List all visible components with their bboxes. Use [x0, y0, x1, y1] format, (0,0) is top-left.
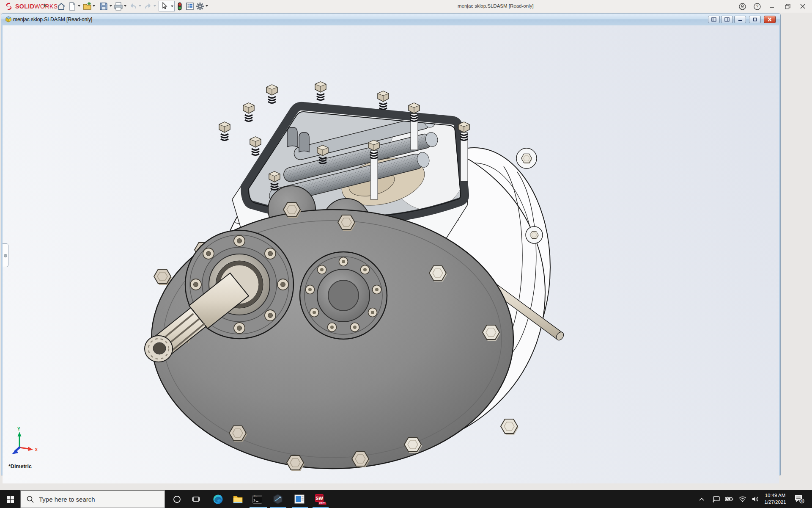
wifi-icon — [739, 496, 746, 502]
doc-close-button[interactable] — [764, 16, 776, 23]
battery-charging-icon — [725, 497, 733, 502]
screen: SOLIDWORKS — [0, 0, 812, 508]
triad-x-label: x — [35, 447, 38, 452]
undo-button[interactable] — [129, 2, 138, 11]
svg-text:2021: 2021 — [319, 501, 326, 505]
taskbar-item-command-prompt[interactable]: C:\_ — [249, 490, 266, 508]
hexagon-app-icon — [272, 494, 283, 505]
volume-icon — [752, 496, 759, 502]
running-indicator-solidworks — [313, 507, 329, 508]
triad-y-label: Y — [17, 427, 20, 431]
taskbar: C:\_ SW 2021 — [0, 490, 812, 508]
redo-button[interactable] — [143, 2, 153, 11]
cast-icon — [713, 496, 720, 502]
app-title: menjac sklop.SLDASM [Read-only] — [458, 3, 534, 8]
solidworks-2021-icon: SW 2021 — [314, 493, 326, 505]
notification-badge: 1 — [801, 499, 803, 503]
gearbox-model: Y x — [3, 25, 779, 483]
feature-manager-tab-dot — [4, 254, 7, 257]
cad-window-icon — [294, 494, 305, 505]
edge-icon — [213, 494, 223, 505]
viewport-3d[interactable]: Y x *Dimetric — [3, 25, 779, 483]
brand-text: SOLIDWORKS — [15, 3, 58, 10]
pane-split-right-icon — [724, 17, 730, 22]
tray-chevron-button[interactable] — [696, 490, 707, 508]
restore-icon — [785, 3, 791, 10]
print-button[interactable] — [114, 2, 123, 11]
command-prompt-icon: C:\_ — [252, 494, 263, 505]
running-indicator-hexagon — [270, 507, 286, 508]
minimize-icon — [769, 3, 775, 9]
cortana-icon — [173, 495, 181, 503]
tray-wifi-button[interactable] — [737, 490, 749, 508]
cortana-button[interactable] — [168, 490, 185, 508]
svg-text:SW: SW — [315, 496, 323, 501]
task-view-icon — [192, 495, 200, 503]
new-document-dropdown[interactable] — [78, 5, 80, 7]
app-titlebar: SOLIDWORKS — [0, 0, 812, 13]
minimize-button[interactable] — [766, 1, 778, 11]
search-input[interactable] — [38, 495, 145, 503]
taskbar-item-file-explorer[interactable] — [229, 490, 246, 508]
pane-split-left-button[interactable] — [708, 16, 720, 23]
redo-dropdown[interactable] — [154, 5, 156, 7]
document-titlebar[interactable]: menjac sklop.SLDASM [Read-only] — [1, 14, 780, 25]
restore-button[interactable] — [782, 1, 793, 11]
countershaft-bearing-cover — [300, 252, 387, 339]
taskbar-item-dassault-tool[interactable] — [269, 490, 286, 508]
tray-volume-button[interactable] — [749, 490, 761, 508]
tray-cast-button[interactable] — [710, 490, 722, 508]
home-button[interactable] — [57, 2, 66, 11]
doc-restore-icon — [752, 17, 757, 22]
pane-split-left-icon — [711, 17, 716, 22]
doc-minimize-button[interactable] — [734, 16, 746, 23]
settings-gear-icon[interactable] — [195, 2, 205, 11]
orientation-triad[interactable]: Y x — [12, 427, 38, 454]
account-button[interactable] — [736, 1, 748, 11]
tray-battery-button[interactable] — [723, 490, 735, 508]
taskbar-search[interactable] — [20, 490, 165, 508]
action-center-icon: 1 — [794, 494, 804, 504]
brand-expander-arrow[interactable] — [44, 3, 47, 8]
doc-close-icon — [767, 17, 772, 22]
undo-dropdown[interactable] — [139, 5, 141, 7]
taskbar-item-solidworks[interactable]: SW 2021 — [312, 490, 329, 508]
print-dropdown[interactable] — [124, 5, 126, 7]
assembly-icon — [5, 16, 12, 23]
close-button[interactable] — [797, 1, 809, 11]
help-icon: ? — [754, 3, 761, 10]
close-icon — [800, 3, 806, 9]
save-dropdown[interactable] — [110, 5, 112, 7]
file-explorer-icon — [233, 494, 243, 505]
doc-restore-button[interactable] — [749, 16, 761, 23]
clock-time: 10:49 AM — [761, 492, 789, 499]
task-view-button[interactable] — [187, 490, 204, 508]
save-button[interactable] — [99, 2, 108, 11]
open-dropdown[interactable] — [93, 5, 95, 7]
open-button[interactable] — [82, 2, 92, 11]
doc-minimize-icon — [738, 17, 743, 22]
account-icon — [739, 3, 746, 10]
feature-manager-collapsed-tab[interactable] — [3, 243, 8, 267]
windows-logo-icon — [7, 496, 14, 503]
clock-date: 1/27/2021 — [761, 499, 789, 506]
taskbar-item-cad-window[interactable] — [291, 490, 308, 508]
performance-light-icon[interactable] — [175, 2, 184, 11]
select-dropdown[interactable] — [171, 6, 173, 7]
document-title: menjac sklop.SLDASM [Read-only] — [13, 17, 92, 22]
taskbar-clock[interactable]: 10:49 AM 1/27/2021 — [761, 490, 789, 508]
taskbar-item-edge[interactable] — [209, 490, 226, 508]
svg-text:?: ? — [756, 4, 758, 9]
help-button[interactable]: ? — [751, 1, 763, 11]
settings-dropdown[interactable] — [206, 5, 208, 7]
start-button[interactable] — [0, 490, 20, 508]
pane-split-right-button[interactable] — [721, 16, 733, 23]
action-center-button[interactable]: 1 — [792, 490, 807, 508]
select-cursor-icon — [161, 2, 168, 10]
options-list-icon[interactable] — [185, 2, 195, 11]
new-document-button[interactable] — [68, 2, 77, 11]
select-tool-box[interactable] — [159, 1, 175, 11]
view-orientation-label: *Dimetric — [8, 464, 32, 469]
document-window: menjac sklop.SLDASM [Read-only] — [1, 13, 781, 475]
solidworks-logo: SOLIDWORKS — [4, 2, 58, 11]
